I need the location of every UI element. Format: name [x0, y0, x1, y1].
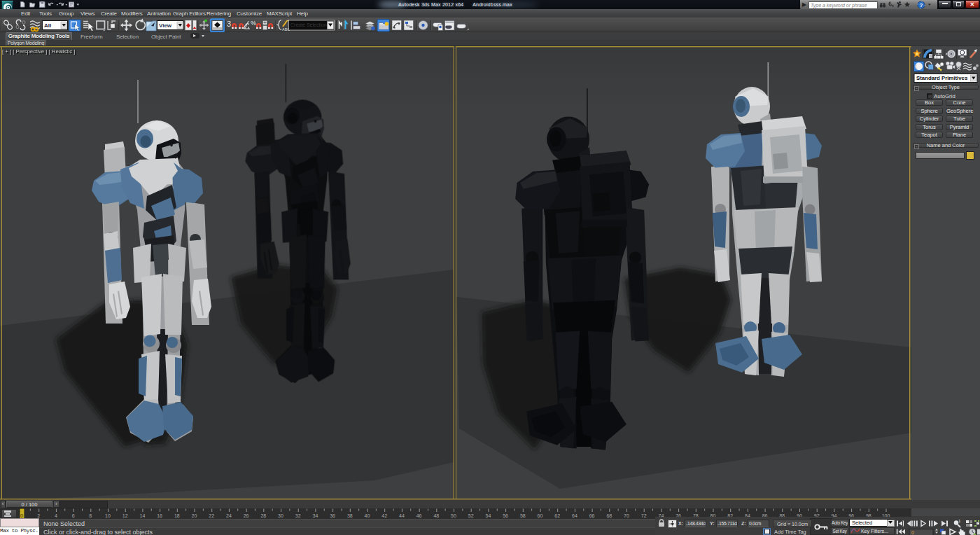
svg-text:?: ? [920, 2, 923, 8]
svg-text:%: % [251, 20, 256, 27]
svg-text:View: View [159, 22, 172, 29]
svg-text:All: All [44, 22, 51, 29]
svg-text:62: 62 [554, 513, 560, 518]
svg-text:4: 4 [55, 513, 57, 518]
svg-text:66: 66 [589, 513, 595, 518]
svg-text:34: 34 [313, 513, 318, 518]
svg-text:44: 44 [399, 513, 405, 518]
svg-text:64: 64 [572, 513, 578, 518]
svg-text:60: 60 [538, 513, 543, 518]
svg-text:6: 6 [72, 513, 75, 518]
svg-text:20: 20 [192, 513, 197, 518]
svg-text:32: 32 [295, 513, 301, 518]
svg-text:12: 12 [122, 513, 128, 518]
svg-text:8: 8 [89, 513, 92, 518]
svg-text:3: 3 [227, 20, 231, 28]
svg-text:42: 42 [382, 513, 387, 518]
svg-text:28: 28 [260, 513, 266, 518]
svg-text:2: 2 [37, 513, 40, 518]
svg-text:38: 38 [347, 513, 353, 518]
svg-text:68: 68 [606, 513, 612, 518]
svg-text:14: 14 [140, 513, 146, 518]
svg-text:48: 48 [433, 513, 439, 518]
svg-text:24: 24 [226, 513, 232, 518]
svg-text:1: 1 [958, 519, 961, 523]
svg-text:72: 72 [641, 513, 647, 518]
svg-text:70: 70 [624, 513, 629, 518]
svg-text:46: 46 [416, 513, 422, 518]
svg-text:30: 30 [278, 513, 284, 518]
svg-text:54: 54 [486, 513, 491, 518]
svg-text:18: 18 [174, 513, 180, 518]
svg-text:56: 56 [503, 513, 508, 518]
svg-text:Create Selection S: Create Selection S [290, 22, 332, 27]
svg-text:52: 52 [468, 513, 474, 518]
svg-text:58: 58 [520, 513, 526, 518]
svg-text:26: 26 [244, 513, 249, 518]
svg-text:22: 22 [209, 513, 214, 518]
svg-text:40: 40 [365, 513, 370, 518]
svg-text:36: 36 [330, 513, 335, 518]
svg-text:50: 50 [451, 513, 456, 518]
svg-text:16: 16 [157, 513, 162, 518]
svg-text:0: 0 [911, 530, 914, 535]
svg-text:Standard Primitives: Standard Primitives [916, 75, 968, 81]
svg-text:10: 10 [105, 513, 111, 518]
